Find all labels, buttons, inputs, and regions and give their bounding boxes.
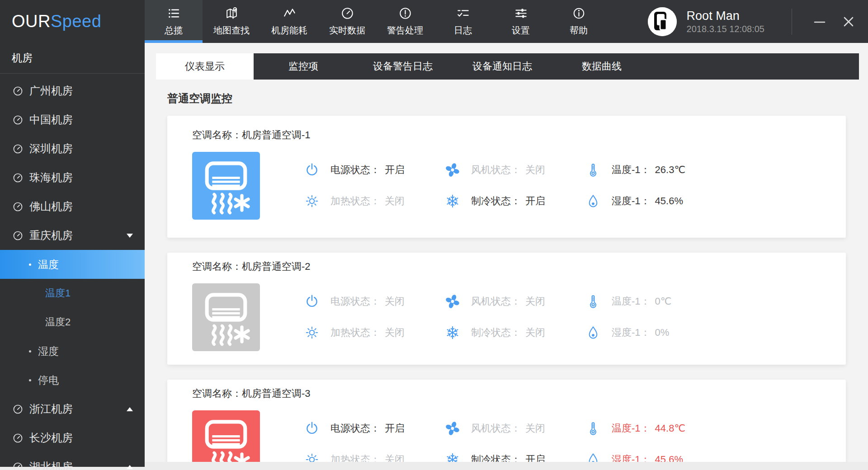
minimize-icon bbox=[814, 16, 826, 28]
heater-sun-icon bbox=[304, 193, 320, 209]
stat-temperature: 温度-1： 0℃ bbox=[585, 294, 726, 309]
list-icon bbox=[167, 6, 181, 20]
snowflake-icon bbox=[445, 452, 460, 462]
air-conditioner-icon bbox=[193, 284, 259, 350]
stat-fan: 风机状态： 关闭 bbox=[445, 421, 585, 436]
ac-card-title: 空调名称：机房普通空调-2 bbox=[167, 253, 846, 273]
stat-humidity: 湿度-1： 45.6% bbox=[585, 193, 726, 209]
help-icon bbox=[572, 6, 586, 20]
power-icon bbox=[304, 294, 320, 309]
nav-item-realtime[interactable]: 实时数据 bbox=[318, 0, 376, 43]
air-conditioner-icon bbox=[193, 411, 259, 462]
tab-monitor-items[interactable]: 监控项 bbox=[254, 53, 353, 80]
humidity-icon bbox=[585, 325, 601, 340]
tab-dashboard[interactable]: 仪表显示 bbox=[156, 53, 254, 80]
power-icon bbox=[304, 162, 320, 178]
minimize-button[interactable] bbox=[811, 13, 828, 30]
gauge-icon bbox=[12, 143, 24, 155]
sidebar-item-shidu[interactable]: 湿度 bbox=[0, 337, 145, 366]
snowflake-icon bbox=[445, 193, 460, 209]
tab-data-curve[interactable]: 数据曲线 bbox=[552, 53, 651, 80]
logo-text-speed: Speed bbox=[51, 12, 101, 31]
tab-notify-log[interactable]: 设备通知日志 bbox=[453, 53, 552, 80]
page-title: 普通空调监控 bbox=[167, 91, 868, 106]
sidebar-menu: 广州机房 中国机房 深圳机房 珠海机房 佛山机房 重庆机房 bbox=[0, 74, 145, 470]
stat-fan: 风机状态： 关闭 bbox=[445, 294, 585, 309]
ac-card: 空调名称：机房普通空调-3 电源状态： 开启 bbox=[167, 380, 846, 462]
stat-grid: 电源状态： 开启 加热状态： 关闭 bbox=[304, 142, 726, 220]
stat-cooling: 制冷状态： 开启 bbox=[445, 452, 585, 462]
ac-unit-icon bbox=[192, 152, 260, 220]
stat-power: 电源状态： 开启 bbox=[304, 162, 445, 178]
stat-humidity: 湿度-1： 45.6% bbox=[585, 452, 726, 462]
nav-item-overview[interactable]: 总揽 bbox=[145, 0, 203, 43]
stat-cooling: 制冷状态： 开启 bbox=[445, 193, 585, 209]
sidebar-item-zhongguo[interactable]: 中国机房 bbox=[0, 105, 145, 134]
gauge-icon bbox=[12, 201, 24, 212]
nav-item-map-search[interactable]: 地图查找 bbox=[203, 0, 260, 43]
close-icon bbox=[843, 16, 854, 28]
sidebar-item-hubei[interactable]: 湖北机房 bbox=[0, 452, 145, 470]
heater-sun-icon bbox=[304, 325, 320, 340]
app-logo: OURSpeed bbox=[0, 0, 145, 43]
ac-card-title: 空调名称：机房普通空调-1 bbox=[167, 116, 846, 142]
sidebar-item-changsha[interactable]: 长沙机房 bbox=[0, 423, 145, 452]
settings-icon bbox=[514, 6, 528, 20]
logo-text-our: OUR bbox=[12, 12, 51, 31]
sidebar-item-wendu1[interactable]: 温度1 bbox=[0, 279, 145, 308]
divider bbox=[792, 9, 792, 35]
realtime-gauge-icon bbox=[340, 6, 354, 20]
stat-humidity: 湿度-1： 0% bbox=[585, 325, 726, 340]
snowflake-icon bbox=[445, 325, 460, 340]
sidebar-item-chongqing[interactable]: 重庆机房 bbox=[0, 221, 145, 250]
chevron-up-icon bbox=[127, 407, 133, 411]
user-meta: Root Man 2018.3.15 12:08:05 bbox=[687, 9, 764, 35]
main-region: 总揽 地图查找 机房能耗 实时数据 警告处理 bbox=[145, 0, 868, 462]
sidebar-item-wendu2[interactable]: 温度2 bbox=[0, 308, 145, 337]
nav-item-alerts[interactable]: 警告处理 bbox=[376, 0, 434, 43]
avatar[interactable] bbox=[648, 7, 677, 36]
ac-card-title: 空调名称：机房普通空调-3 bbox=[167, 380, 846, 400]
stat-grid: 电源状态： 开启 加热状态： 关闭 bbox=[304, 400, 726, 462]
stat-fan: 风机状态： 关闭 bbox=[445, 162, 585, 178]
stat-grid: 电源状态： 关闭 加热状态： 关闭 bbox=[304, 273, 726, 351]
fan-icon bbox=[445, 162, 460, 178]
app-window: OURSpeed 机房 广州机房 中国机房 深圳机房 珠海机房 bbox=[0, 0, 868, 470]
gauge-icon bbox=[12, 85, 24, 97]
chevron-down-icon bbox=[127, 234, 133, 238]
tab-alert-log[interactable]: 设备警告日志 bbox=[353, 53, 453, 80]
user-box: Root Man 2018.3.15 12:08:05 bbox=[648, 0, 868, 43]
alert-icon bbox=[398, 6, 412, 20]
gauge-icon bbox=[12, 461, 24, 470]
nav-item-settings[interactable]: 设置 bbox=[492, 0, 550, 43]
thermometer-icon bbox=[585, 294, 601, 309]
stat-temperature: 温度-1： 26.3℃ bbox=[585, 162, 726, 178]
stat-heater: 加热状态： 关闭 bbox=[304, 452, 445, 462]
humidity-icon bbox=[585, 452, 601, 462]
ac-card-list: 空调名称：机房普通空调-1 电源状态： 开启 bbox=[167, 116, 846, 462]
stat-power: 电源状态： 关闭 bbox=[304, 294, 445, 309]
sidebar-item-wendu[interactable]: 温度 bbox=[0, 250, 145, 279]
gauge-icon bbox=[12, 432, 24, 444]
sidebar-item-shenzhen[interactable]: 深圳机房 bbox=[0, 134, 145, 163]
sidebar-item-zhejiang[interactable]: 浙江机房 bbox=[0, 395, 145, 423]
gauge-icon bbox=[12, 172, 24, 183]
log-icon bbox=[456, 6, 470, 20]
humidity-icon bbox=[585, 193, 601, 209]
stat-cooling: 制冷状态： 关闭 bbox=[445, 325, 585, 340]
nav-item-logs[interactable]: 日志 bbox=[434, 0, 492, 43]
heater-sun-icon bbox=[304, 452, 320, 462]
sidebar-item-tingdian[interactable]: 停电 bbox=[0, 366, 145, 395]
fan-icon bbox=[445, 294, 460, 309]
nav-item-help[interactable]: 帮助 bbox=[550, 0, 608, 43]
sidebar-item-zhuhai[interactable]: 珠海机房 bbox=[0, 163, 145, 192]
thermometer-icon bbox=[585, 421, 601, 436]
sidebar-item-guangzhou[interactable]: 广州机房 bbox=[0, 76, 145, 105]
stat-power: 电源状态： 开启 bbox=[304, 421, 445, 436]
bullet-icon bbox=[29, 350, 31, 352]
close-button[interactable] bbox=[840, 13, 857, 30]
thermometer-icon bbox=[585, 162, 601, 178]
nav-item-energy[interactable]: 机房能耗 bbox=[260, 0, 318, 43]
sidebar-item-foshan[interactable]: 佛山机房 bbox=[0, 192, 145, 221]
fan-icon bbox=[445, 421, 460, 436]
